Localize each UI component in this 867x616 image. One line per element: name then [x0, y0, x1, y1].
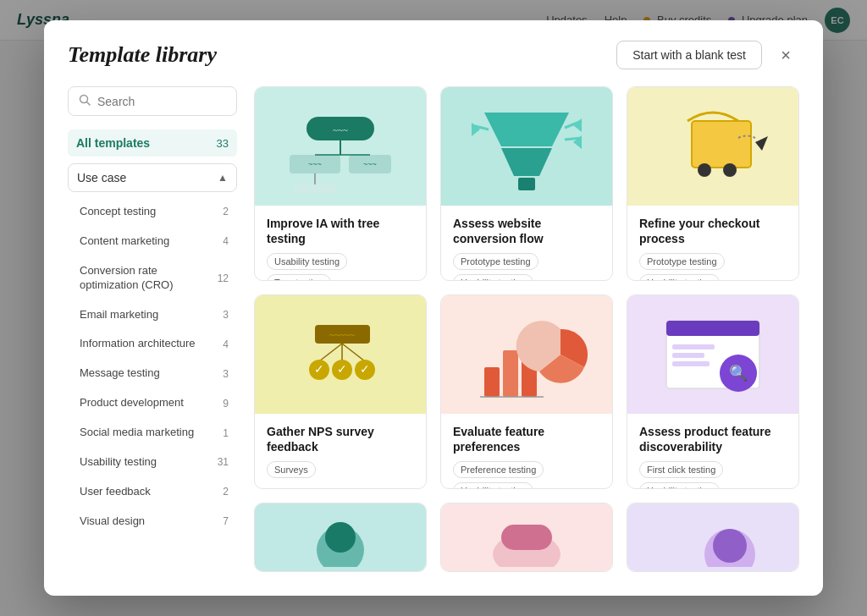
template-card-conversion[interactable]: Assess website conversion flow Prototype…	[440, 86, 613, 281]
search-icon	[79, 94, 91, 108]
all-templates-label: All templates	[76, 136, 150, 150]
svg-rect-41	[672, 353, 704, 358]
svg-text:✓: ✓	[337, 362, 347, 376]
svg-rect-35	[503, 350, 518, 397]
svg-text:~~~~~: ~~~~~	[329, 329, 355, 339]
sidebar-item-message-testing[interactable]: Message testing 3	[68, 360, 237, 387]
sidebar-item-conversion-rate[interactable]: Conversion rate optimization (CRO) 12	[68, 258, 237, 299]
svg-line-1	[87, 102, 91, 106]
svg-text:~~~: ~~~	[333, 124, 348, 135]
blank-test-button[interactable]: Start with a blank test	[616, 41, 762, 69]
card-content-discoverability: Assess product feature discoverability F…	[627, 414, 798, 489]
close-button[interactable]: ×	[772, 41, 799, 69]
sidebar-item-social-media[interactable]: Social media marketing 1	[68, 420, 237, 446]
tag-usability5: Usability testing	[639, 482, 720, 489]
svg-rect-34	[484, 367, 500, 397]
svg-text:🔍: 🔍	[729, 364, 748, 382]
template-card-partial-3[interactable]	[627, 503, 799, 572]
card-content-nps: Gather NPS survey feedback Surveys	[255, 414, 426, 489]
card-content-feature-pref: Evaluate feature preferences Preference …	[441, 414, 612, 489]
card-tags-conversion: Prototype testing Usability testing	[453, 253, 600, 281]
card-title-feature-pref: Evaluate feature preferences	[453, 424, 600, 454]
svg-rect-19	[692, 121, 751, 168]
use-case-label: Use case	[77, 171, 126, 184]
card-image-discoverability: 🔍	[627, 295, 798, 414]
svg-rect-12	[294, 184, 336, 193]
card-image-nps: ~~~~~ ✓ ✓ ✓	[255, 295, 426, 414]
svg-text:✓: ✓	[314, 362, 324, 376]
svg-point-50	[713, 529, 747, 563]
card-title-conversion: Assess website conversion flow	[453, 216, 600, 246]
template-grid: ~~~ ~~~ ~~~ Improve	[254, 86, 799, 572]
card-image-partial-2	[441, 503, 612, 571]
card-image-checkout	[627, 87, 798, 206]
card-image-conversion	[441, 87, 612, 206]
card-tags-discoverability: First click testing Usability testing	[639, 461, 787, 489]
svg-text:✓: ✓	[360, 362, 370, 376]
tag-surveys: Surveys	[267, 461, 316, 478]
modal-header: Template library Start with a blank test…	[44, 20, 823, 86]
template-card-discoverability[interactable]: 🔍 Assess product feature discoverability…	[627, 294, 799, 489]
search-box[interactable]	[68, 86, 237, 116]
card-image-feature-pref	[441, 295, 612, 414]
svg-text:~~~: ~~~	[308, 160, 322, 168]
modal-body: All templates 33 Use case ▲ Concept test…	[44, 86, 823, 596]
sidebar-item-visual-design[interactable]: Visual design 7	[68, 509, 237, 535]
search-input[interactable]	[97, 95, 226, 108]
card-title-nps: Gather NPS survey feedback	[267, 424, 414, 454]
tag-tree: Tree testing	[267, 274, 331, 281]
template-library-modal: Template library Start with a blank test…	[44, 20, 823, 596]
svg-point-20	[698, 163, 711, 177]
template-card-partial-1[interactable]	[254, 503, 427, 572]
tag-prototype1: Prototype testing	[453, 253, 538, 270]
card-content-improve-ia: Improve IA with tree testing Usability t…	[255, 206, 426, 281]
svg-marker-13	[484, 113, 569, 146]
tag-preference: Preference testing	[453, 461, 544, 478]
chevron-up-icon: ▲	[218, 172, 228, 184]
svg-rect-48	[501, 525, 552, 550]
tag-usability4: Usability testing	[453, 482, 533, 489]
svg-rect-15	[518, 178, 535, 190]
sidebar-item-user-feedback[interactable]: User feedback 2	[68, 479, 237, 505]
card-image-partial-1	[255, 503, 426, 571]
tag-usability: Usability testing	[267, 253, 347, 270]
card-tags-nps: Surveys	[267, 461, 414, 478]
sidebar: All templates 33 Use case ▲ Concept test…	[68, 86, 237, 572]
card-tags-improve-ia: Usability testing Tree testing	[267, 253, 414, 281]
card-image-improve-ia: ~~~ ~~~ ~~~	[255, 87, 426, 206]
modal-title: Template library	[68, 42, 217, 68]
all-templates-count: 33	[217, 137, 229, 150]
card-content-conversion: Assess website conversion flow Prototype…	[441, 206, 612, 281]
modal-header-right: Start with a blank test ×	[616, 41, 799, 69]
tag-usability3: Usability testing	[639, 274, 720, 281]
card-tags-feature-pref: Preference testing Usability testing	[453, 461, 600, 489]
sidebar-item-content-marketing[interactable]: Content marketing 4	[68, 228, 237, 255]
card-title-discoverability: Assess product feature discoverability	[639, 424, 787, 454]
template-card-feature-pref[interactable]: Evaluate feature preferences Preference …	[440, 294, 613, 489]
card-image-partial-3	[627, 503, 798, 571]
template-card-partial-2[interactable]	[440, 503, 613, 572]
template-card-improve-ia[interactable]: ~~~ ~~~ ~~~ Improve	[254, 86, 427, 281]
use-case-header[interactable]: Use case ▲	[68, 163, 237, 192]
svg-line-27	[342, 344, 365, 361]
all-templates-item[interactable]: All templates 33	[68, 129, 237, 157]
card-tags-checkout: Prototype testing Usability testing	[639, 253, 787, 281]
sidebar-item-information-architecture[interactable]: Information architecture 4	[68, 331, 237, 357]
template-card-nps[interactable]: ~~~~~ ✓ ✓ ✓ Gather NP	[254, 294, 427, 489]
svg-point-21	[723, 163, 737, 177]
card-content-checkout: Refine your checkout process Prototype t…	[627, 206, 798, 281]
template-card-checkout[interactable]: Refine your checkout process Prototype t…	[627, 86, 799, 281]
sidebar-item-email-marketing[interactable]: Email marketing 3	[68, 302, 237, 328]
modal-overlay: Template library Start with a blank test…	[0, 0, 867, 616]
svg-marker-17	[573, 118, 582, 132]
svg-rect-39	[666, 321, 759, 336]
sidebar-item-usability-testing[interactable]: Usability testing 31	[68, 449, 237, 476]
svg-marker-22	[755, 136, 768, 151]
card-title-checkout: Refine your checkout process	[639, 216, 787, 246]
svg-marker-14	[501, 148, 552, 176]
tag-prototype2: Prototype testing	[639, 253, 725, 270]
sidebar-item-concept-testing[interactable]: Concept testing 2	[68, 199, 237, 225]
sidebar-item-product-development[interactable]: Product development 9	[68, 390, 237, 416]
svg-rect-42	[672, 361, 710, 366]
svg-text:~~~: ~~~	[363, 160, 377, 168]
